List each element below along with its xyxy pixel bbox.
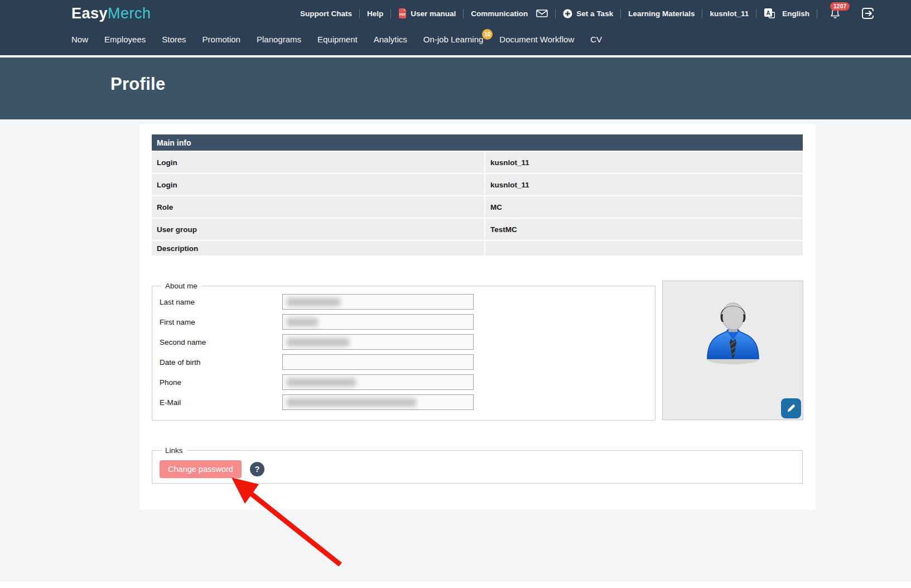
username-link[interactable]: kusnlot_11	[702, 9, 756, 18]
about-me-fieldset: About me Last name First name Second nam…	[152, 282, 655, 421]
on-job-learning-label: On-job Learning	[423, 35, 484, 44]
support-chats-link[interactable]: Support Chats	[293, 9, 359, 18]
phone-label: Phone	[160, 378, 282, 387]
change-password-button[interactable]: Change password	[160, 460, 242, 478]
help-link[interactable]: Help	[360, 9, 391, 18]
table-row: Login kusnlot_11	[152, 174, 803, 195]
default-avatar-icon	[699, 296, 767, 366]
nav-item-employees[interactable]: Employees	[104, 35, 146, 44]
main-info-table: Main info Login kusnlot_11 Login kusnlot…	[152, 134, 803, 257]
links-row: Change password ?	[160, 460, 802, 478]
about-me-legend: About me	[161, 282, 201, 290]
logout-icon	[861, 7, 875, 20]
username-label: kusnlot_11	[710, 9, 749, 18]
logout-button[interactable]	[855, 7, 881, 20]
pencil-icon	[785, 403, 797, 414]
main-info-header: Main info	[152, 134, 803, 151]
logo-text-merch: Merch	[108, 5, 151, 22]
info-value: kusnlot_11	[485, 152, 803, 173]
last-name-label: Last name	[160, 298, 282, 306]
form-row: Phone	[160, 374, 655, 390]
svg-text:A: A	[767, 10, 770, 16]
profile-photo-panel	[662, 281, 803, 420]
first-name-input[interactable]	[282, 314, 474, 330]
second-name-input[interactable]	[282, 334, 474, 350]
divider	[817, 9, 817, 18]
phone-input[interactable]	[282, 374, 474, 390]
info-value: MC	[485, 196, 803, 218]
redacted-value	[287, 338, 349, 346]
communication-label: Communication	[471, 9, 528, 18]
set-a-task-label: Set a Task	[576, 9, 613, 18]
pdf-icon: PDF	[398, 8, 407, 18]
second-name-label: Second name	[160, 338, 282, 346]
nav-item-planograms[interactable]: Planograms	[257, 35, 301, 44]
nav-item-cv[interactable]: CV	[590, 35, 602, 44]
table-row: Login kusnlot_11	[152, 152, 803, 173]
info-label: User group	[152, 219, 484, 240]
top-navbar: EasyMerch Support Chats Help PDF User ma…	[0, 0, 911, 55]
last-name-input[interactable]	[282, 294, 474, 310]
info-value: TestMC	[485, 219, 803, 240]
form-row: Second name	[160, 334, 655, 350]
date-of-birth-input[interactable]	[282, 354, 474, 370]
nav-item-promotion[interactable]: Promotion	[203, 35, 240, 44]
table-row: User group TestMC	[152, 219, 803, 240]
nav-item-on-job-learning[interactable]: On-job Learning 10	[423, 35, 484, 44]
info-value	[485, 241, 803, 256]
logo-text-easy: Easy	[71, 5, 108, 22]
nav-item-stores[interactable]: Stores	[162, 35, 186, 44]
envelope-icon	[536, 9, 548, 17]
form-row: E-Mail	[160, 394, 655, 410]
svg-text:PDF: PDF	[399, 13, 406, 16]
info-label: Role	[152, 196, 484, 218]
info-label: Login	[152, 152, 484, 173]
communication-link[interactable]: Communication	[464, 9, 555, 18]
table-row: Description	[152, 241, 803, 256]
redacted-value	[287, 318, 318, 326]
user-manual-link[interactable]: PDF User manual	[391, 8, 463, 18]
app-logo[interactable]: EasyMerch	[71, 5, 151, 22]
table-row: Role MC	[152, 196, 803, 218]
date-of-birth-label: Date of birth	[160, 358, 282, 367]
profile-card: Main info Login kusnlot_11 Login kusnlot…	[139, 124, 816, 510]
redacted-value	[287, 398, 416, 407]
plus-circle-icon	[563, 9, 572, 18]
first-name-label: First name	[160, 318, 282, 326]
edit-photo-button[interactable]	[781, 398, 801, 418]
page-title: Profile	[110, 74, 166, 94]
info-label: Login	[152, 174, 484, 195]
form-row: Date of birth	[160, 354, 655, 370]
nav-item-now[interactable]: Now	[71, 35, 88, 44]
email-label: E-Mail	[160, 398, 282, 407]
form-row: Last name	[160, 294, 655, 310]
utility-menu: Support Chats Help PDF User manual Commu…	[293, 7, 881, 20]
notification-count-badge: 1207	[830, 2, 850, 11]
bottom-strip	[0, 582, 911, 588]
form-row: First name	[160, 314, 655, 330]
info-label: Description	[152, 241, 484, 256]
nav-item-document-workflow[interactable]: Document Workflow	[499, 35, 574, 44]
learning-materials-label: Learning Materials	[628, 9, 695, 18]
support-chats-label: Support Chats	[300, 9, 352, 18]
set-a-task-link[interactable]: Set a Task	[556, 9, 620, 18]
links-legend: Links	[161, 446, 187, 455]
main-menu: Now Employees Stores Promotion Planogram…	[0, 27, 911, 55]
email-input[interactable]	[282, 394, 474, 410]
nav-item-analytics[interactable]: Analytics	[374, 35, 407, 44]
learning-materials-link[interactable]: Learning Materials	[621, 9, 702, 18]
on-job-learning-count-badge: 10	[482, 29, 493, 40]
notifications-button[interactable]: 1207	[823, 7, 847, 20]
help-question-icon[interactable]: ?	[250, 462, 264, 476]
utility-nav: EasyMerch Support Chats Help PDF User ma…	[0, 0, 911, 27]
user-manual-label: User manual	[411, 9, 456, 18]
links-fieldset: Links Change password ?	[152, 446, 803, 484]
info-value: kusnlot_11	[485, 174, 803, 195]
help-label: Help	[367, 9, 383, 18]
translate-icon: A	[764, 8, 775, 19]
page-header-band: Profile	[0, 57, 911, 119]
redacted-value	[287, 298, 340, 306]
redacted-value	[287, 378, 356, 387]
nav-item-equipment[interactable]: Equipment	[317, 35, 358, 44]
language-switcher[interactable]: A English	[756, 8, 817, 19]
